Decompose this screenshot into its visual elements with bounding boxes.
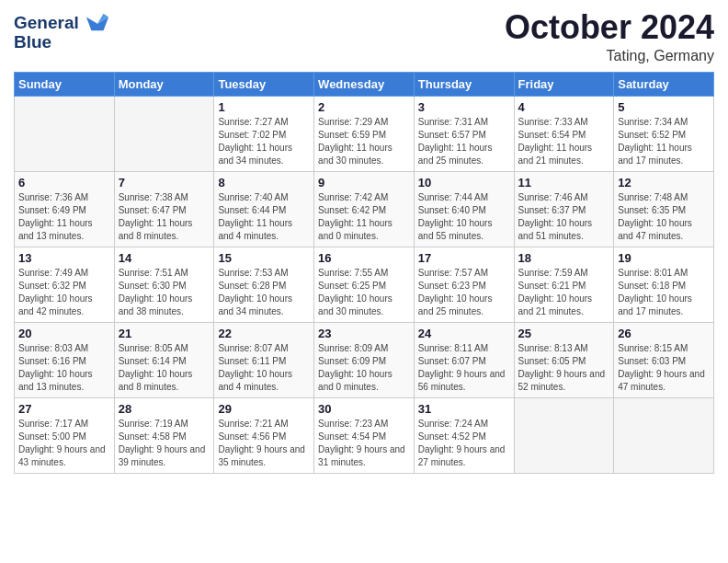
calendar-day-cell: 7Sunrise: 7:38 AMSunset: 6:47 PMDaylight…	[114, 171, 214, 247]
day-number: 7	[119, 176, 210, 190]
day-info: Sunrise: 7:17 AMSunset: 5:00 PMDaylight:…	[18, 418, 110, 469]
calendar-day-cell	[15, 96, 115, 171]
weekday-header-cell: Tuesday	[214, 72, 314, 96]
calendar-day-cell: 21Sunrise: 8:05 AMSunset: 6:14 PMDayligh…	[114, 322, 214, 397]
day-number: 8	[218, 176, 310, 190]
calendar-day-cell: 15Sunrise: 7:53 AMSunset: 6:28 PMDayligh…	[214, 247, 314, 322]
day-info: Sunrise: 7:24 AMSunset: 4:52 PMDaylight:…	[418, 418, 510, 469]
calendar-day-cell: 31Sunrise: 7:24 AMSunset: 4:52 PMDayligh…	[414, 397, 514, 473]
weekday-header-cell: Thursday	[414, 72, 514, 96]
calendar-day-cell: 10Sunrise: 7:44 AMSunset: 6:40 PMDayligh…	[414, 171, 514, 247]
calendar-day-cell: 26Sunrise: 8:15 AMSunset: 6:03 PMDayligh…	[614, 322, 714, 397]
day-info: Sunrise: 7:40 AMSunset: 6:44 PMDaylight:…	[218, 191, 310, 243]
day-info: Sunrise: 7:48 AMSunset: 6:35 PMDaylight:…	[618, 191, 710, 243]
day-number: 23	[318, 327, 410, 340]
day-info: Sunrise: 7:21 AMSunset: 4:56 PMDaylight:…	[218, 418, 310, 469]
day-info: Sunrise: 7:46 AMSunset: 6:37 PMDaylight:…	[518, 191, 610, 243]
calendar-week-row: 1Sunrise: 7:27 AMSunset: 7:02 PMDaylight…	[15, 96, 714, 171]
weekday-header-cell: Friday	[514, 72, 614, 96]
day-info: Sunrise: 7:38 AMSunset: 6:47 PMDaylight:…	[119, 191, 210, 243]
day-info: Sunrise: 7:34 AMSunset: 6:52 PMDaylight:…	[618, 116, 710, 167]
weekday-header-cell: Wednesday	[314, 72, 415, 96]
day-info: Sunrise: 7:49 AMSunset: 6:32 PMDaylight:…	[18, 267, 110, 318]
day-number: 22	[218, 327, 310, 340]
day-number: 26	[618, 327, 710, 340]
title-block: October 2024 Tating, Germany	[505, 9, 714, 64]
day-number: 5	[618, 100, 710, 114]
calendar-day-cell: 22Sunrise: 8:07 AMSunset: 6:11 PMDayligh…	[214, 322, 314, 397]
calendar-day-cell: 17Sunrise: 7:57 AMSunset: 6:23 PMDayligh…	[414, 247, 514, 322]
calendar-day-cell: 1Sunrise: 7:27 AMSunset: 7:02 PMDaylight…	[214, 96, 314, 171]
weekday-header-cell: Sunday	[15, 72, 115, 96]
calendar-week-row: 13Sunrise: 7:49 AMSunset: 6:32 PMDayligh…	[15, 247, 714, 322]
day-info: Sunrise: 7:51 AMSunset: 6:30 PMDaylight:…	[119, 267, 210, 318]
calendar: SundayMondayTuesdayWednesdayThursdayFrid…	[14, 72, 714, 474]
calendar-day-cell: 24Sunrise: 8:11 AMSunset: 6:07 PMDayligh…	[414, 322, 514, 397]
day-info: Sunrise: 7:31 AMSunset: 6:57 PMDaylight:…	[418, 116, 510, 167]
day-number: 30	[318, 402, 410, 416]
day-info: Sunrise: 8:05 AMSunset: 6:14 PMDaylight:…	[119, 342, 210, 394]
day-info: Sunrise: 7:57 AMSunset: 6:23 PMDaylight:…	[418, 267, 510, 318]
day-number: 25	[518, 327, 610, 340]
calendar-day-cell: 20Sunrise: 8:03 AMSunset: 6:16 PMDayligh…	[15, 322, 115, 397]
calendar-day-cell: 9Sunrise: 7:42 AMSunset: 6:42 PMDaylight…	[314, 171, 415, 247]
day-info: Sunrise: 7:36 AMSunset: 6:49 PMDaylight:…	[18, 191, 110, 243]
calendar-day-cell: 28Sunrise: 7:19 AMSunset: 4:58 PMDayligh…	[114, 397, 214, 473]
day-info: Sunrise: 7:29 AMSunset: 6:59 PMDaylight:…	[318, 116, 410, 167]
calendar-week-row: 6Sunrise: 7:36 AMSunset: 6:49 PMDaylight…	[15, 171, 714, 247]
calendar-day-cell: 25Sunrise: 8:13 AMSunset: 6:05 PMDayligh…	[514, 322, 614, 397]
weekday-header-cell: Monday	[114, 72, 214, 96]
day-number: 16	[318, 251, 410, 265]
day-info: Sunrise: 7:44 AMSunset: 6:40 PMDaylight:…	[418, 191, 510, 243]
day-info: Sunrise: 8:07 AMSunset: 6:11 PMDaylight:…	[218, 342, 310, 394]
calendar-day-cell: 8Sunrise: 7:40 AMSunset: 6:44 PMDaylight…	[214, 171, 314, 247]
day-number: 21	[119, 327, 210, 340]
calendar-day-cell: 19Sunrise: 8:01 AMSunset: 6:18 PMDayligh…	[614, 247, 714, 322]
day-number: 28	[119, 402, 210, 416]
day-info: Sunrise: 8:15 AMSunset: 6:03 PMDaylight:…	[618, 342, 710, 394]
calendar-day-cell	[614, 397, 714, 473]
calendar-week-row: 27Sunrise: 7:17 AMSunset: 5:00 PMDayligh…	[15, 397, 714, 473]
weekday-header-row: SundayMondayTuesdayWednesdayThursdayFrid…	[15, 72, 714, 96]
calendar-day-cell: 3Sunrise: 7:31 AMSunset: 6:57 PMDaylight…	[414, 96, 514, 171]
calendar-day-cell: 5Sunrise: 7:34 AMSunset: 6:52 PMDaylight…	[614, 96, 714, 171]
calendar-day-cell: 14Sunrise: 7:51 AMSunset: 6:30 PMDayligh…	[114, 247, 214, 322]
calendar-body: 1Sunrise: 7:27 AMSunset: 7:02 PMDaylight…	[15, 96, 714, 473]
calendar-day-cell: 6Sunrise: 7:36 AMSunset: 6:49 PMDaylight…	[15, 171, 115, 247]
calendar-day-cell: 27Sunrise: 7:17 AMSunset: 5:00 PMDayligh…	[15, 397, 115, 473]
calendar-day-cell: 29Sunrise: 7:21 AMSunset: 4:56 PMDayligh…	[214, 397, 314, 473]
logo-icon	[85, 9, 110, 35]
day-info: Sunrise: 8:03 AMSunset: 6:16 PMDaylight:…	[18, 342, 110, 394]
day-number: 19	[618, 251, 710, 265]
calendar-day-cell: 18Sunrise: 7:59 AMSunset: 6:21 PMDayligh…	[514, 247, 614, 322]
day-number: 14	[119, 251, 210, 265]
day-info: Sunrise: 7:27 AMSunset: 7:02 PMDaylight:…	[218, 116, 310, 167]
calendar-day-cell: 4Sunrise: 7:33 AMSunset: 6:54 PMDaylight…	[514, 96, 614, 171]
logo: General Blue	[14, 13, 108, 51]
day-number: 12	[618, 176, 710, 190]
day-number: 17	[418, 251, 510, 265]
calendar-day-cell: 12Sunrise: 7:48 AMSunset: 6:35 PMDayligh…	[614, 171, 714, 247]
day-number: 13	[18, 251, 110, 265]
day-number: 4	[518, 100, 610, 114]
calendar-day-cell: 23Sunrise: 8:09 AMSunset: 6:09 PMDayligh…	[314, 322, 415, 397]
calendar-day-cell	[514, 397, 614, 473]
calendar-day-cell: 16Sunrise: 7:55 AMSunset: 6:25 PMDayligh…	[314, 247, 415, 322]
day-number: 20	[18, 327, 110, 340]
day-number: 31	[418, 402, 510, 416]
day-number: 18	[518, 251, 610, 265]
calendar-week-row: 20Sunrise: 8:03 AMSunset: 6:16 PMDayligh…	[15, 322, 714, 397]
logo-line2: Blue	[14, 33, 108, 51]
day-info: Sunrise: 7:53 AMSunset: 6:28 PMDaylight:…	[218, 267, 310, 318]
day-info: Sunrise: 7:19 AMSunset: 4:58 PMDaylight:…	[119, 418, 210, 469]
calendar-day-cell: 30Sunrise: 7:23 AMSunset: 4:54 PMDayligh…	[314, 397, 415, 473]
location: Tating, Germany	[505, 48, 714, 64]
day-info: Sunrise: 8:09 AMSunset: 6:09 PMDaylight:…	[318, 342, 410, 394]
day-number: 15	[218, 251, 310, 265]
day-number: 1	[218, 100, 310, 114]
day-number: 6	[18, 176, 110, 190]
page-header: General Blue October 2024 Tating, German…	[14, 9, 714, 64]
day-info: Sunrise: 7:33 AMSunset: 6:54 PMDaylight:…	[518, 116, 610, 167]
day-number: 24	[418, 327, 510, 340]
day-info: Sunrise: 8:13 AMSunset: 6:05 PMDaylight:…	[518, 342, 610, 394]
